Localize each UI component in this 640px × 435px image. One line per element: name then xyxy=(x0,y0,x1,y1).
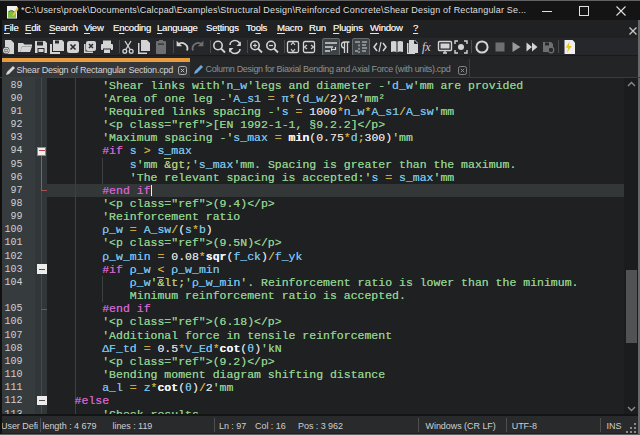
svg-text:fx: fx xyxy=(422,40,431,54)
